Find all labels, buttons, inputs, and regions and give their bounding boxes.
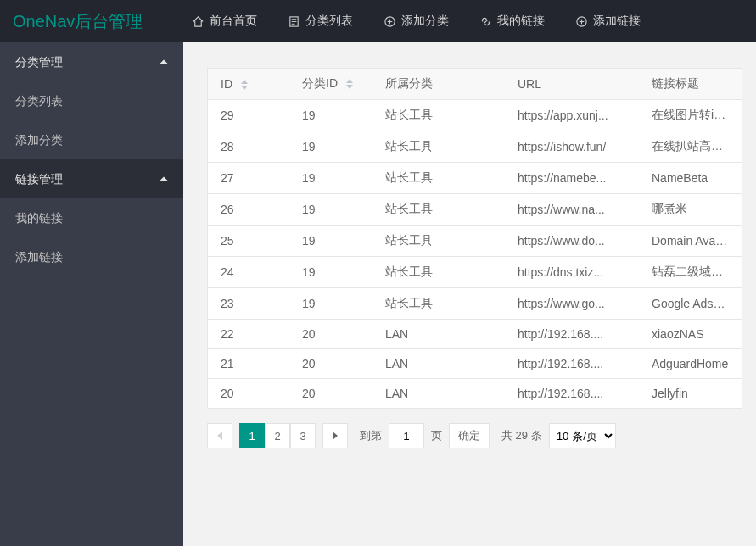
table-row[interactable]: 2719站长工具https://namebe...NameBeta [208,163,742,194]
sort-icon[interactable] [346,79,353,89]
cell-fid: 20 [289,379,372,409]
page-jump-input[interactable] [389,423,424,448]
page-size-select[interactable]: 10 条/页 [549,423,616,448]
cell-title: xiaozNAS [639,320,742,349]
page-number-3[interactable]: 3 [290,423,316,448]
plus-circle-icon [384,15,396,28]
cell-id: 22 [208,320,289,349]
cell-fid: 19 [289,100,372,131]
main-area: ID 分类ID 所属分类 URL 链接标题 2919站长工具https://ap… [183,42,756,546]
page-confirm-button[interactable]: 确定 [449,423,490,448]
cell-title: 在线扒站高级版 [639,131,742,163]
nav-label: 分类列表 [305,14,353,29]
cell-id: 27 [208,163,289,194]
table-header-row: ID 分类ID 所属分类 URL 链接标题 [208,69,742,100]
chevron-left-icon [217,432,222,440]
sidebar-item-category-list[interactable]: 分类列表 [0,81,183,120]
sidebar-item-add-link[interactable]: 添加链接 [0,237,183,276]
sort-icon[interactable] [241,80,248,90]
plus-circle-icon [575,15,588,28]
cell-url: https://ishow.fun/ [505,131,639,163]
page-next-button[interactable] [322,423,348,448]
cell-id: 28 [208,131,289,163]
links-table: ID 分类ID 所属分类 URL 链接标题 2919站长工具https://ap… [207,68,742,410]
cell-fid: 19 [289,226,372,257]
cell-url: https://namebe... [505,163,639,194]
nav-add-link[interactable]: 添加链接 [560,0,656,42]
sidebar-item-my-links[interactable]: 我的链接 [0,198,183,237]
chevron-up-icon [160,60,168,64]
chevron-right-icon [333,432,338,440]
nav-my-links[interactable]: 我的链接 [464,0,560,42]
header-fid[interactable]: 分类ID [289,69,372,100]
doc-icon [288,15,300,28]
cell-fid: 19 [289,131,372,163]
nav-label: 添加分类 [401,14,449,29]
cell-fid: 19 [289,163,372,194]
sidebar-item-add-category[interactable]: 添加分类 [0,120,183,159]
table-row[interactable]: 2120LANhttp://192.168....AdguardHome [208,349,742,379]
cell-url: http://192.168.... [505,320,639,349]
sidebar: 分类管理 分类列表 添加分类 链接管理 我的链接 添加链接 [0,42,183,546]
cell-url: https://dns.txiz... [505,257,639,288]
cell-fid: 19 [289,194,372,226]
pagination: 123 到第 页 确定 共 29 条 10 条/页 [207,410,742,455]
nav-label: 我的链接 [497,14,545,29]
header-title: 链接标题 [639,69,742,100]
sidebar-group-label: 链接管理 [15,172,63,186]
cell-cat: LAN [372,320,505,349]
cell-cat: 站长工具 [372,194,505,226]
jump-suffix-label: 页 [431,428,442,443]
sidebar-group-label: 分类管理 [15,55,63,69]
sidebar-group-category[interactable]: 分类管理 [0,42,183,81]
nav-add-category[interactable]: 添加分类 [368,0,464,42]
table-row[interactable]: 2319站长工具https://www.go...Google Adsense [208,288,742,320]
cell-cat: LAN [372,349,505,379]
header-bar: OneNav后台管理 前台首页 分类列表 添加分类 我的链接 添加链接 [0,0,756,42]
cell-url: http://192.168.... [505,349,639,379]
page-number-1[interactable]: 1 [239,423,265,448]
sidebar-group-links[interactable]: 链接管理 [0,159,183,198]
header-label: ID [221,77,232,91]
cell-cat: 站长工具 [372,100,505,131]
header-label: 分类ID [302,76,338,90]
chevron-up-icon [160,177,168,181]
page-number-2[interactable]: 2 [265,423,290,448]
header-category: 所属分类 [372,69,505,100]
cell-cat: 站长工具 [372,288,505,320]
cell-id: 20 [208,379,289,409]
cell-cat: 站长工具 [372,163,505,194]
table-row[interactable]: 2919站长工具https://app.xunj...在线图片转icon... [208,100,742,131]
cell-cat: 站长工具 [372,226,505,257]
cell-title: Jellyfin [639,379,742,409]
table-row[interactable]: 2819站长工具https://ishow.fun/在线扒站高级版 [208,131,742,163]
page-prev-button[interactable] [207,423,232,448]
table-row[interactable]: 2419站长工具https://dns.txiz...钻磊二级域名... [208,257,742,288]
cell-title: 哪煮米 [639,194,742,226]
cell-title: 钻磊二级域名... [639,257,742,288]
table-row[interactable]: 2619站长工具https://www.na...哪煮米 [208,194,742,226]
total-count-label: 共 29 条 [501,428,542,443]
table-row[interactable]: 2519站长工具https://www.do...Domain Availa..… [208,226,742,257]
cell-cat: LAN [372,379,505,409]
cell-id: 25 [208,226,289,257]
cell-url: https://app.xunj... [505,100,639,131]
table-row[interactable]: 2020LANhttp://192.168....Jellyfin [208,379,742,409]
cell-url: http://192.168.... [505,379,639,409]
app-logo: OneNav后台管理 [13,10,143,33]
cell-title: AdguardHome [639,349,742,379]
table-row[interactable]: 2220LANhttp://192.168....xiaozNAS [208,320,742,349]
nav-label: 添加链接 [593,14,641,29]
top-nav: 前台首页 分类列表 添加分类 我的链接 添加链接 [176,0,656,42]
cell-title: 在线图片转icon... [639,100,742,131]
header-url: URL [505,69,639,100]
cell-fid: 19 [289,257,372,288]
cell-url: https://www.go... [505,288,639,320]
cell-cat: 站长工具 [372,131,505,163]
header-id[interactable]: ID [208,69,289,100]
cell-cat: 站长工具 [372,257,505,288]
nav-frontend-home[interactable]: 前台首页 [176,0,272,42]
nav-category-list[interactable]: 分类列表 [272,0,368,42]
cell-title: Google Adsense [639,288,742,320]
cell-url: https://www.do... [505,226,639,257]
